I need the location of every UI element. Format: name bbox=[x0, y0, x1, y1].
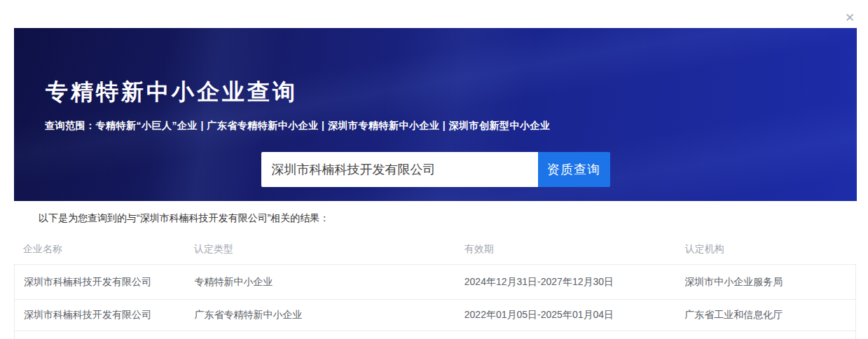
search-bar: 资质查询 bbox=[14, 152, 857, 187]
results-intro-text: 以下是为您查询到的与“深圳市科楠科技开发有限公司”相关的结果： bbox=[39, 212, 868, 225]
table-body: 深圳市科楠科技开发有限公司 专精特新中小企业 2024年12月31日-2027年… bbox=[14, 265, 856, 339]
results-section: 以下是为您查询到的与“深圳市科楠科技开发有限公司”相关的结果： 企业名称 认定类… bbox=[0, 201, 868, 339]
cell-validity-period: 2022年01月05日-2025年01月04日 bbox=[455, 309, 675, 321]
cell-recognition-type: 专精特新中小企业 bbox=[186, 276, 455, 289]
qualification-query-button[interactable]: 资质查询 bbox=[538, 152, 610, 187]
cell-recognition-type: 广东省专精特新中小企业 bbox=[186, 309, 455, 321]
company-search-input[interactable] bbox=[261, 152, 538, 187]
header-validity-period: 有效期 bbox=[455, 243, 676, 256]
cell-validity-period: 2024年12月31日-2027年12月30日 bbox=[455, 276, 675, 289]
table-row: 深圳市科楠科技开发有限公司 专精特新中小企业 2024年12月31日-2027年… bbox=[15, 265, 855, 300]
cell-recognition-authority: 深圳市中小企业服务局 bbox=[675, 276, 855, 289]
header-recognition-type: 认定类型 bbox=[185, 243, 455, 256]
results-table: 企业名称 认定类型 有效期 认定机构 深圳市科楠科技开发有限公司 专精特新中小企… bbox=[14, 235, 856, 339]
cell-recognition-authority: 广东省工业和信息化厅 bbox=[675, 309, 855, 321]
header-recognition-authority: 认定机构 bbox=[676, 243, 856, 256]
query-dialog: ✕ 专精特新中小企业查询 查询范围：专精特新“小巨人”企业 | 广东省专精特新中… bbox=[0, 0, 868, 339]
cell-company-name: 深圳市科楠科技开发有限公司 bbox=[15, 309, 186, 321]
header-company-name: 企业名称 bbox=[14, 243, 185, 256]
cell-company-name: 深圳市科楠科技开发有限公司 bbox=[15, 276, 186, 289]
table-row: 深圳市科楠科技开发有限公司 广东省专精特新中小企业 2022年01月05日-20… bbox=[15, 300, 855, 331]
close-icon[interactable]: ✕ bbox=[843, 11, 857, 25]
query-scope-text: 查询范围：专精特新“小巨人”企业 | 广东省专精特新中小企业 | 深圳市专精特新… bbox=[45, 120, 551, 132]
banner: 专精特新中小企业查询 查询范围：专精特新“小巨人”企业 | 广东省专精特新中小企… bbox=[14, 28, 857, 201]
table-row-partial bbox=[15, 331, 855, 339]
table-header-row: 企业名称 认定类型 有效期 认定机构 bbox=[14, 235, 856, 265]
page-title: 专精特新中小企业查询 bbox=[46, 77, 298, 108]
